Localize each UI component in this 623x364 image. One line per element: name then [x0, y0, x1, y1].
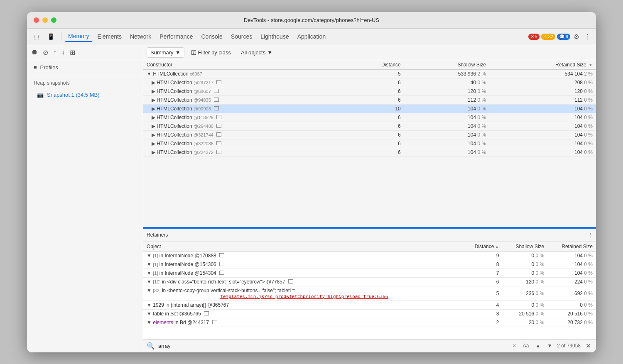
table-row[interactable]: ▶ HTMLCollection @224372 6 104 0 % 104 0…: [143, 148, 596, 156]
copy-icon[interactable]: [212, 320, 217, 324]
copy-icon[interactable]: [214, 98, 219, 102]
copy-icon[interactable]: [216, 115, 221, 119]
error-badge: ✕ 5: [528, 34, 540, 40]
copy-icon[interactable]: [204, 311, 209, 315]
constructor-name: HTMLCollection: [157, 149, 192, 155]
tree-expand[interactable]: ▼: [147, 261, 152, 267]
ret-in: in <div class="bento-rich-text" slot="ey…: [162, 279, 285, 285]
shallow-cell: 104 0 %: [404, 148, 489, 156]
tab-lighthouse[interactable]: Lighthouse: [257, 32, 292, 42]
clear-btn[interactable]: ⊘: [42, 48, 49, 57]
distance-cell: 6: [341, 139, 404, 148]
ret-row[interactable]: ▼ elements in Bd @244317 2 20 0 % 20 732…: [143, 318, 596, 327]
search-input[interactable]: [158, 343, 507, 349]
copy-icon[interactable]: [216, 132, 221, 137]
tree-expand[interactable]: ▶: [152, 97, 155, 103]
ret-in: in InternalNode @170888: [159, 253, 216, 259]
table-row[interactable]: ▶ HTMLCollection @113529 6 104 0 % 104 0…: [143, 113, 596, 122]
close-button[interactable]: [34, 17, 39, 23]
tree-expand[interactable]: ▶: [152, 88, 155, 94]
table-row-selected[interactable]: ▶ HTMLCollection @90903 10 104 0 % 104 0…: [143, 104, 596, 113]
info-icon: 💬: [559, 34, 565, 39]
tree-expand[interactable]: ▶: [152, 149, 155, 155]
copy-icon[interactable]: [216, 124, 221, 128]
search-case-btn[interactable]: Aa: [521, 341, 531, 350]
maximize-button[interactable]: [51, 17, 56, 23]
devtools-inspect-btn[interactable]: ⬚: [30, 32, 42, 42]
search-count: 2 of 79058: [557, 343, 581, 349]
tree-expand[interactable]: ▼: [147, 302, 152, 308]
search-bar: 🔍 ✕ Aa ▲ ▼ 2 of 79058 ✕: [143, 339, 596, 352]
copy-icon[interactable]: [214, 89, 219, 93]
compare-btn[interactable]: ⊞: [69, 48, 76, 57]
copy-icon[interactable]: [214, 106, 219, 110]
ret-row[interactable]: ▼ 1929 in (internal array)[] @365767 4 0…: [143, 300, 596, 309]
summary-dropdown[interactable]: Summary ▼: [147, 47, 184, 58]
ret-row[interactable]: ▼ [32] in <bento-copy-group vertical-sta…: [143, 286, 596, 300]
table-row[interactable]: ▼ HTMLCollection x6067 5 533 936 2 % 534…: [143, 69, 596, 78]
tree-expand[interactable]: ▼: [147, 320, 152, 325]
table-row[interactable]: ▶ HTMLCollection @68607 6 120 0 % 120 0 …: [143, 87, 596, 95]
tree-expand[interactable]: ▶: [152, 80, 155, 86]
constructor-name: HTMLCollection: [157, 88, 192, 94]
copy-icon[interactable]: [216, 80, 221, 84]
shallow-cell: 533 936 2 %: [404, 69, 489, 78]
ret-row[interactable]: ▼ [1] in InternalNode @154304 7 0 0 % 10…: [143, 269, 596, 277]
tree-expand[interactable]: ▼: [147, 71, 152, 77]
settings-btn[interactable]: ⚙: [572, 31, 581, 42]
copy-icon[interactable]: [219, 253, 224, 257]
more-btn[interactable]: ⋮: [583, 31, 593, 42]
tab-performance[interactable]: Performance: [156, 32, 196, 42]
minimize-button[interactable]: [42, 17, 48, 23]
download-btn[interactable]: ↓: [61, 48, 66, 57]
tree-expand[interactable]: ▼: [147, 311, 152, 317]
table-row[interactable]: ▶ HTMLCollection @321744 6 104 0 % 104 0…: [143, 130, 596, 139]
tab-network[interactable]: Network: [127, 32, 155, 42]
upload-btn[interactable]: ↑: [52, 48, 57, 57]
distance-cell: 6: [341, 130, 404, 139]
table-row[interactable]: ▶ HTMLCollection @322086 6 104 0 % 104 0…: [143, 139, 596, 148]
tree-expand[interactable]: ▼: [147, 288, 152, 293]
copy-icon[interactable]: [219, 271, 224, 275]
snapshot-item[interactable]: 📷 Snapshot 1 (34.5 MB): [34, 89, 136, 100]
tree-expand[interactable]: ▶: [152, 123, 155, 129]
tree-expand[interactable]: ▶: [152, 141, 155, 147]
tab-memory[interactable]: Memory: [65, 31, 93, 42]
shallow-cell: 104 0 %: [404, 122, 489, 130]
ret-key: [32]: [153, 288, 160, 293]
search-close-btn[interactable]: ✕: [584, 340, 593, 352]
profiles-label: Profiles: [40, 64, 58, 71]
copy-icon[interactable]: [219, 262, 224, 266]
tree-expand[interactable]: ▶: [152, 132, 155, 138]
tab-console[interactable]: Console: [198, 32, 226, 42]
search-next-btn[interactable]: ▼: [545, 341, 554, 350]
ret-row[interactable]: ▼ [1] in InternalNode @154306 8 0 0 % 10…: [143, 260, 596, 269]
ret-row[interactable]: ▼ table in Set @365765 3 20 516 0 % 20 5…: [143, 309, 596, 318]
table-row[interactable]: ▶ HTMLCollection @94835 6 112 0 % 112 0 …: [143, 95, 596, 104]
copy-icon[interactable]: [216, 150, 221, 154]
filter-btn[interactable]: ⚿ Filter by class: [188, 48, 234, 57]
all-objects-dropdown[interactable]: All objects ▼: [238, 48, 276, 57]
tab-elements[interactable]: Elements: [94, 32, 125, 42]
ret-source-link[interactable]: templates.min.js?sc=prod&fetchpriority=h…: [220, 294, 388, 299]
record-btn[interactable]: ⏺: [30, 48, 39, 57]
tree-expand[interactable]: ▶: [152, 106, 155, 112]
tree-expand[interactable]: ▼: [147, 279, 152, 285]
tab-application[interactable]: Application: [294, 32, 329, 42]
copy-icon[interactable]: [216, 141, 221, 145]
tree-expand[interactable]: ▼: [147, 270, 152, 276]
filter-label: Filter by class: [198, 49, 231, 56]
table-row[interactable]: ▶ HTMLCollection @297217 6 40 0 % 208 0 …: [143, 78, 596, 87]
tab-sources[interactable]: Sources: [228, 32, 255, 42]
ret-row[interactable]: ▼ [10] in <div class="bento-rich-text" s…: [143, 277, 596, 286]
table-row[interactable]: ▶ HTMLCollection @264480 6 104 0 % 104 0…: [143, 122, 596, 130]
search-clear-btn[interactable]: ✕: [510, 341, 518, 350]
copy-icon[interactable]: [288, 279, 293, 283]
tree-expand[interactable]: ▶: [152, 115, 155, 120]
constructor-cell: ▶ HTMLCollection @224372: [143, 148, 341, 156]
ret-row[interactable]: ▼ [1] in InternalNode @170888 9 0 0 % 10…: [143, 251, 596, 260]
retainers-table: Object Distance▲ Shallow Size Retained S…: [143, 242, 596, 327]
devtools-device-btn[interactable]: 📱: [44, 32, 58, 42]
tree-expand[interactable]: ▼: [147, 253, 152, 259]
search-prev-btn[interactable]: ▲: [534, 341, 542, 350]
